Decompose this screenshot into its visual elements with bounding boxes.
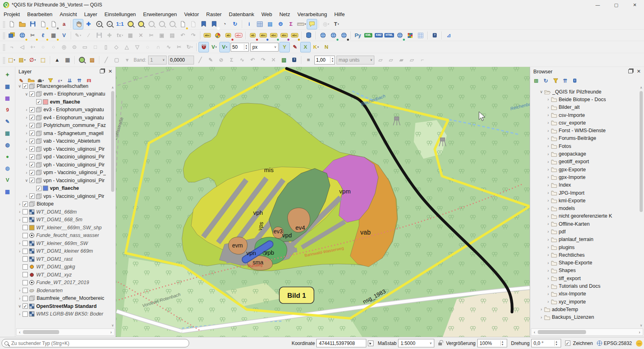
rotate-label-icon[interactable]: abc [279, 30, 289, 41]
chevron-down-icon[interactable]: ∨ [17, 304, 23, 308]
deselect-features-icon[interactable]: ∅▾ [27, 55, 38, 65]
tree-item-biotope[interactable]: ›✓Biotope [16, 200, 110, 208]
tree-item-xyz_importe[interactable]: ›xyz_importe [531, 298, 638, 305]
pin-labels-icon[interactable]: ab [223, 30, 233, 41]
menu-layer[interactable]: Layer [80, 10, 101, 18]
html-export-icon[interactable]: HTML [384, 30, 394, 41]
tree-item-_qgis-für-pilzfreunde[interactable]: ∨_QGIS für Pilzfreunde [531, 88, 638, 96]
layer-checkbox[interactable]: ✓ [29, 91, 35, 97]
layer-checkbox[interactable] [23, 256, 28, 262]
menu-bearbeiten[interactable]: Bearbeiten [23, 10, 56, 18]
menu-hilfe[interactable]: Hilfe [330, 10, 348, 18]
layer-checkbox[interactable]: ✓ [29, 178, 35, 183]
layer-checkbox[interactable] [23, 233, 28, 238]
geometry-checker-icon[interactable]: ⊿ [444, 30, 454, 41]
tree-item-sma---sphagnetum_magell[interactable]: ›✓sma - Sphagnetum_magell [16, 129, 110, 137]
layer-vertical-scrollbar[interactable]: ∧ ∨ [110, 85, 115, 328]
grass-tools-icon-icon[interactable]: ▦ [2, 81, 13, 91]
tree-item-csv-importe[interactable]: ›csv-Importe [531, 111, 638, 119]
pan-map-icon[interactable] [73, 19, 83, 29]
new-geopackage-layer-icon[interactable] [17, 30, 27, 41]
tree-item-gpx-importe[interactable]: ›gpx-Importe [531, 173, 638, 181]
toolbar-grip[interactable] [3, 44, 5, 51]
web-globe-icon-icon[interactable]: ◍ [2, 163, 13, 173]
zoom-in-icon[interactable]: + [94, 19, 104, 29]
menu-vektor[interactable]: Vektor [180, 10, 202, 18]
layer-checkbox[interactable] [23, 264, 28, 270]
maximize-button[interactable]: ▢ [607, 0, 625, 10]
style-manager-icon[interactable]: a [59, 19, 69, 29]
scale-combo[interactable]: 1:5000∨ [398, 339, 434, 347]
messages-icon[interactable]: … [636, 340, 642, 347]
tree-item-nicht-georeferenzierte-k[interactable]: ›nicht georeferenzierte K [531, 212, 638, 220]
serval-palette-icon[interactable]: ▨ [87, 55, 97, 65]
tree-item-geopackage[interactable]: ›geopackage [531, 150, 638, 158]
refresh-map-icon[interactable]: ↻ [230, 19, 240, 29]
layer-diagram-icon[interactable] [213, 30, 223, 41]
refresh-browser-icon[interactable]: ↻ [541, 76, 550, 85]
tree-item-vpn_flaeche[interactable]: ✓vpn_flaeche [16, 185, 110, 193]
tree-item-fotos[interactable]: ›Fotos [531, 142, 638, 150]
chevron-right-icon[interactable]: › [545, 261, 551, 265]
search-input[interactable] [10, 340, 186, 347]
layer-checkbox[interactable]: ✓ [36, 186, 41, 191]
tree-item-baumfreie_offene_moorbereic[interactable]: ›Baumfreie_offene_Moorbereic [16, 295, 110, 303]
tree-item-wt_kleiner__669m_sw_shp[interactable]: WT_kleiner__669m_SW_shp [16, 224, 110, 232]
tree-item-wt_dgm1_kleiner-669m[interactable]: ›WT_DGM1_kleiner 669m [16, 247, 110, 256]
layer-checkbox[interactable]: ✓ [29, 162, 35, 167]
magnifier-spin[interactable]: 100%▲▼ [477, 339, 507, 347]
snap-tolerance[interactable]: ▲▼ [231, 43, 249, 52]
chevron-right-icon[interactable]: › [24, 139, 29, 143]
tree-item-tutorials-und-docs[interactable]: ›Tutorials und Docs [531, 282, 638, 290]
tree-item-funde_wt_2017_2019[interactable]: Funde_WT_2017_2019 [16, 279, 110, 287]
chevron-down-icon[interactable]: ∨ [24, 92, 29, 96]
tree-item-wt_dgm1_gpkg[interactable]: WT_DGM1_gpkg [16, 263, 110, 271]
new-spatial-bookmark-icon[interactable] [198, 19, 209, 29]
kmz-export-icon[interactable]: KMZ [374, 30, 384, 41]
text-annotation-icon[interactable]: T▾ [331, 19, 342, 29]
chevron-right-icon[interactable]: › [545, 191, 551, 195]
add-selected-layers-icon[interactable]: ⊞ [532, 76, 541, 85]
chevron-right-icon[interactable]: › [24, 115, 29, 120]
osm-place-search-icon[interactable] [339, 30, 349, 41]
layer-checkbox[interactable]: ✓ [23, 83, 28, 89]
tree-item-openstreetmap-standard[interactable]: ∨✓OpenStreetMap Standard [16, 302, 110, 310]
tree-item-pflanzengesellschaften[interactable]: ∨✓Pflanzengesellschaften [16, 82, 110, 90]
tree-item-models[interactable]: ›models [531, 204, 638, 212]
menu-projekt[interactable]: Projekt [0, 10, 23, 18]
layer-checkbox[interactable]: ✓ [29, 115, 35, 120]
tree-item-wt_dgm1_668m[interactable]: ›WT_DGM1_668m [16, 208, 110, 216]
project-save-as-icon[interactable] [38, 19, 48, 29]
chevron-right-icon[interactable]: › [545, 97, 551, 102]
chevron-right-icon[interactable]: › [545, 144, 551, 148]
new-map-view-icon[interactable] [178, 19, 188, 29]
layer-checkbox[interactable]: ✓ [29, 170, 35, 175]
layer-checkbox[interactable]: ✓ [29, 107, 35, 112]
tree-item-bilder_alt[interactable]: ›Bilder_alt [531, 104, 638, 111]
tree-item-planlauf_terrain[interactable]: ›planlauf_terrain [531, 236, 638, 243]
tree-item-evm_flaeche[interactable]: ✓evm_flaeche [16, 98, 110, 106]
chevron-right-icon[interactable]: › [545, 276, 551, 280]
layer-checkbox[interactable]: ✓ [29, 123, 35, 128]
change-label-properties-icon[interactable]: abc [289, 30, 300, 41]
tree-item-adobetemp[interactable]: ›adobeTemp [531, 305, 638, 313]
tree-item-evm---eriophorum_vaginatu[interactable]: ∨✓evm - Eriophorum_vaginatu [16, 90, 110, 98]
snapping-toggle-icon[interactable] [198, 42, 209, 52]
chevron-right-icon[interactable]: › [545, 105, 551, 110]
tree-item-vpb---vaccinio_uliginosi_pir[interactable]: ›✓vpb - Vaccinio_uliginosi_Pir [16, 145, 110, 153]
project-save-icon[interactable] [27, 19, 38, 29]
zoom-to-selection-icon[interactable] [136, 19, 146, 29]
temporal-controller-icon[interactable]: ◔ [219, 19, 230, 29]
layer-checkbox[interactable] [23, 209, 28, 214]
tree-item-wt_dgm1_668_5m[interactable]: ›WT_DGM1_668_5m [16, 216, 110, 224]
menu-ansicht[interactable]: Ansicht [56, 10, 80, 18]
layer-checkbox[interactable]: ✓ [29, 131, 35, 136]
toolbar-grip[interactable] [3, 21, 5, 28]
pattern-grid-icon[interactable] [405, 30, 415, 41]
zoom-to-native-resolution-icon[interactable] [76, 55, 87, 65]
tree-item-funde_feucht_nass_wasser[interactable]: Funde_feucht_nass_wasser [16, 232, 110, 240]
chevron-right-icon[interactable]: › [545, 160, 551, 164]
layer-horizontal-scrollbar[interactable]: ‹› [16, 328, 115, 336]
snapping-visibility-icon[interactable]: V▾ [219, 42, 230, 52]
coordinate-value[interactable]: 474411,5397908 [316, 339, 366, 347]
